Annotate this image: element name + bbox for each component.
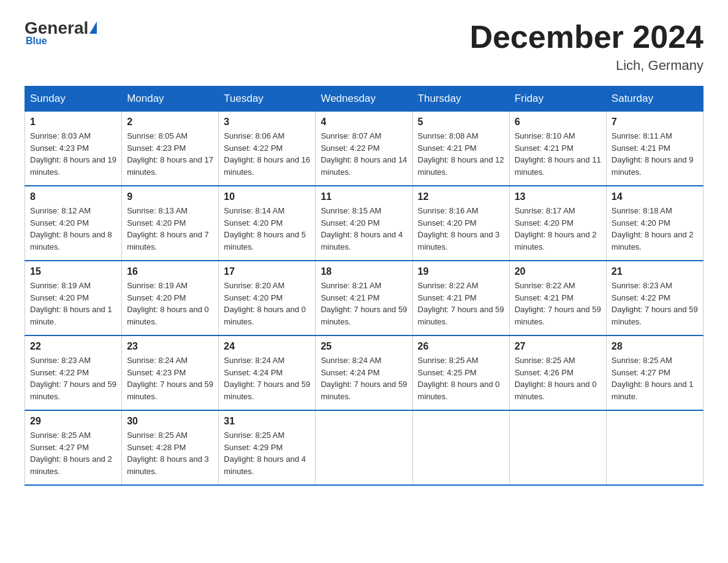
day-info: Sunrise: 8:24 AMSunset: 4:23 PMDaylight:… [127, 354, 213, 402]
day-info: Sunrise: 8:05 AMSunset: 4:23 PMDaylight:… [127, 130, 213, 178]
logo-triangle-icon [89, 21, 97, 34]
day-info: Sunrise: 8:15 AMSunset: 4:20 PMDaylight:… [320, 205, 407, 253]
calendar-cell: 31 Sunrise: 8:25 AMSunset: 4:29 PMDaylig… [219, 410, 316, 485]
weekday-header-friday: Friday [509, 86, 606, 112]
calendar-cell: 8 Sunrise: 8:12 AMSunset: 4:20 PMDayligh… [25, 186, 122, 261]
day-info: Sunrise: 8:25 AMSunset: 4:27 PMDaylight:… [30, 429, 116, 477]
calendar-cell: 16 Sunrise: 8:19 AMSunset: 4:20 PMDaylig… [122, 261, 219, 335]
day-number: 11 [320, 191, 407, 202]
day-number: 1 [30, 117, 116, 128]
day-info: Sunrise: 8:14 AMSunset: 4:20 PMDaylight:… [224, 205, 310, 253]
day-number: 18 [320, 266, 407, 277]
calendar-cell: 3 Sunrise: 8:06 AMSunset: 4:22 PMDayligh… [219, 112, 316, 186]
day-number: 31 [224, 416, 310, 427]
calendar-cell: 28 Sunrise: 8:25 AMSunset: 4:27 PMDaylig… [606, 335, 703, 410]
calendar-cell: 7 Sunrise: 8:11 AMSunset: 4:21 PMDayligh… [606, 112, 703, 186]
calendar-cell: 10 Sunrise: 8:14 AMSunset: 4:20 PMDaylig… [219, 186, 316, 261]
calendar-cell: 30 Sunrise: 8:25 AMSunset: 4:28 PMDaylig… [122, 410, 219, 485]
day-info: Sunrise: 8:25 AMSunset: 4:26 PMDaylight:… [515, 354, 601, 402]
day-number: 29 [30, 416, 116, 427]
calendar-cell: 11 Sunrise: 8:15 AMSunset: 4:20 PMDaylig… [316, 186, 412, 261]
calendar-cell: 6 Sunrise: 8:10 AMSunset: 4:21 PMDayligh… [509, 112, 606, 186]
day-info: Sunrise: 8:13 AMSunset: 4:20 PMDaylight:… [127, 205, 213, 253]
weekday-header-wednesday: Wednesday [316, 86, 412, 112]
day-number: 4 [320, 117, 407, 128]
calendar-week-row: 8 Sunrise: 8:12 AMSunset: 4:20 PMDayligh… [25, 186, 703, 261]
title-block: December 2024 Lich, Germany [469, 18, 703, 74]
calendar-table: SundayMondayTuesdayWednesdayThursdayFrid… [25, 86, 703, 486]
day-info: Sunrise: 8:22 AMSunset: 4:21 PMDaylight:… [418, 280, 504, 327]
day-info: Sunrise: 8:19 AMSunset: 4:20 PMDaylight:… [30, 280, 116, 327]
weekday-header-row: SundayMondayTuesdayWednesdayThursdayFrid… [25, 86, 703, 112]
day-info: Sunrise: 8:17 AMSunset: 4:20 PMDaylight:… [515, 205, 601, 253]
day-number: 3 [224, 117, 310, 128]
calendar-cell: 13 Sunrise: 8:17 AMSunset: 4:20 PMDaylig… [509, 186, 606, 261]
day-info: Sunrise: 8:03 AMSunset: 4:23 PMDaylight:… [30, 130, 116, 178]
calendar-cell [509, 410, 606, 485]
calendar-cell: 22 Sunrise: 8:23 AMSunset: 4:22 PMDaylig… [25, 335, 122, 410]
day-number: 8 [30, 191, 116, 202]
calendar-week-row: 29 Sunrise: 8:25 AMSunset: 4:27 PMDaylig… [25, 410, 703, 485]
weekday-header-tuesday: Tuesday [219, 86, 316, 112]
day-number: 9 [127, 191, 213, 202]
calendar-cell: 21 Sunrise: 8:23 AMSunset: 4:22 PMDaylig… [606, 261, 703, 335]
calendar-cell: 23 Sunrise: 8:24 AMSunset: 4:23 PMDaylig… [122, 335, 219, 410]
location-label: Lich, Germany [469, 58, 703, 74]
day-number: 5 [418, 117, 504, 128]
day-info: Sunrise: 8:08 AMSunset: 4:21 PMDaylight:… [418, 130, 504, 178]
day-info: Sunrise: 8:16 AMSunset: 4:20 PMDaylight:… [418, 205, 504, 253]
day-info: Sunrise: 8:11 AMSunset: 4:21 PMDaylight:… [612, 130, 698, 178]
calendar-cell: 26 Sunrise: 8:25 AMSunset: 4:25 PMDaylig… [412, 335, 509, 410]
calendar-cell: 5 Sunrise: 8:08 AMSunset: 4:21 PMDayligh… [412, 112, 509, 186]
day-info: Sunrise: 8:23 AMSunset: 4:22 PMDaylight:… [30, 354, 116, 402]
day-number: 12 [418, 191, 504, 202]
calendar-week-row: 22 Sunrise: 8:23 AMSunset: 4:22 PMDaylig… [25, 335, 703, 410]
day-info: Sunrise: 8:19 AMSunset: 4:20 PMDaylight:… [127, 280, 213, 327]
day-number: 24 [224, 341, 310, 352]
day-info: Sunrise: 8:24 AMSunset: 4:24 PMDaylight:… [320, 354, 407, 402]
calendar-cell: 19 Sunrise: 8:22 AMSunset: 4:21 PMDaylig… [412, 261, 509, 335]
calendar-cell: 12 Sunrise: 8:16 AMSunset: 4:20 PMDaylig… [412, 186, 509, 261]
page-header: General Blue December 2024 Lich, Germany [25, 18, 703, 74]
day-number: 25 [320, 341, 407, 352]
day-info: Sunrise: 8:25 AMSunset: 4:29 PMDaylight:… [224, 429, 310, 477]
day-info: Sunrise: 8:22 AMSunset: 4:21 PMDaylight:… [515, 280, 601, 327]
day-number: 23 [127, 341, 213, 352]
day-number: 16 [127, 266, 213, 277]
day-number: 6 [515, 117, 601, 128]
calendar-cell: 18 Sunrise: 8:21 AMSunset: 4:21 PMDaylig… [316, 261, 412, 335]
day-number: 10 [224, 191, 310, 202]
day-number: 21 [612, 266, 698, 277]
day-info: Sunrise: 8:25 AMSunset: 4:27 PMDaylight:… [612, 354, 698, 402]
day-info: Sunrise: 8:24 AMSunset: 4:24 PMDaylight:… [224, 354, 310, 402]
calendar-cell [606, 410, 703, 485]
calendar-week-row: 15 Sunrise: 8:19 AMSunset: 4:20 PMDaylig… [25, 261, 703, 335]
weekday-header-thursday: Thursday [412, 86, 509, 112]
logo: General Blue [25, 18, 97, 47]
calendar-week-row: 1 Sunrise: 8:03 AMSunset: 4:23 PMDayligh… [25, 112, 703, 186]
day-info: Sunrise: 8:18 AMSunset: 4:20 PMDaylight:… [612, 205, 698, 253]
calendar-cell: 25 Sunrise: 8:24 AMSunset: 4:24 PMDaylig… [316, 335, 412, 410]
calendar-cell: 24 Sunrise: 8:24 AMSunset: 4:24 PMDaylig… [219, 335, 316, 410]
calendar-cell [316, 410, 412, 485]
calendar-cell: 20 Sunrise: 8:22 AMSunset: 4:21 PMDaylig… [509, 261, 606, 335]
day-info: Sunrise: 8:06 AMSunset: 4:22 PMDaylight:… [224, 130, 310, 178]
day-number: 20 [515, 266, 601, 277]
calendar-cell: 4 Sunrise: 8:07 AMSunset: 4:22 PMDayligh… [316, 112, 412, 186]
logo-blue-text: Blue [26, 36, 97, 47]
day-info: Sunrise: 8:25 AMSunset: 4:28 PMDaylight:… [127, 429, 213, 477]
day-info: Sunrise: 8:23 AMSunset: 4:22 PMDaylight:… [612, 280, 698, 327]
calendar-cell: 27 Sunrise: 8:25 AMSunset: 4:26 PMDaylig… [509, 335, 606, 410]
day-number: 26 [418, 341, 504, 352]
calendar-cell [412, 410, 509, 485]
calendar-cell: 1 Sunrise: 8:03 AMSunset: 4:23 PMDayligh… [25, 112, 122, 186]
day-number: 15 [30, 266, 116, 277]
calendar-cell: 2 Sunrise: 8:05 AMSunset: 4:23 PMDayligh… [122, 112, 219, 186]
day-info: Sunrise: 8:20 AMSunset: 4:20 PMDaylight:… [224, 280, 310, 327]
calendar-cell: 14 Sunrise: 8:18 AMSunset: 4:20 PMDaylig… [606, 186, 703, 261]
day-number: 17 [224, 266, 310, 277]
day-number: 30 [127, 416, 213, 427]
day-number: 7 [612, 117, 698, 128]
day-info: Sunrise: 8:10 AMSunset: 4:21 PMDaylight:… [515, 130, 601, 178]
month-title: December 2024 [469, 18, 703, 55]
